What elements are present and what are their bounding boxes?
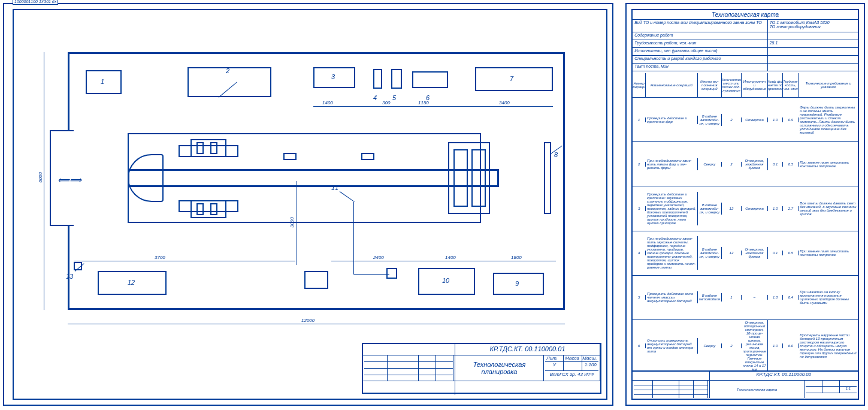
table-row: 1Проверить действие и крепление фарВ каб… (633, 98, 858, 142)
meta-row6: Такт поста, мин (633, 64, 767, 71)
left-drawing-sheet: 1000001100 1У301 дх ⟸⟹ 1 2 3 4 5 6 7 (3, 3, 613, 406)
tb-org: ВятГСХ гр. 43 ИТФ (545, 370, 598, 381)
label-12: 12 (128, 279, 135, 286)
right-tech-card-sheet: Технологическая карта Вид ТО и номер пос… (625, 3, 865, 406)
hdim-total: 12000 (301, 318, 314, 323)
title-block-left: КР.ТДС.КТ. 00.110000.01 Технологическая … (362, 343, 601, 394)
table-row: 6Очистить поверхность аккумуляторных бат… (633, 320, 858, 372)
vdim-mid: 3000 (289, 217, 295, 228)
meta-row1-label: Вид ТО и номер поста или специализирован… (633, 20, 767, 32)
label-7: 7 (510, 75, 513, 82)
door-arrow: ⟸⟹ (58, 175, 81, 185)
label-8: 8 (554, 151, 558, 158)
table-row: 2При необходимости заме­нить лампы фар и… (633, 142, 858, 186)
hdim-1150: 1150 (418, 100, 429, 105)
meta-row5: Специальность и разряд каждого рабочего (633, 56, 767, 63)
meta-row3-label: Трудоемкость работ, чел.-мин (633, 40, 767, 47)
hdim-3400: 3400 (499, 100, 510, 105)
meta-row3-value: 25.1 (768, 40, 858, 47)
hdim-3700: 3700 (155, 255, 165, 260)
table-row: 3Проверить действие и креп­ление: звуков… (633, 186, 858, 231)
label-1: 1 (101, 78, 104, 85)
table-row: 5Проверить действие вклю­чателя «массы» … (633, 276, 858, 320)
tb-title: Технологическая планировка (455, 355, 545, 381)
hdim-300: 300 (382, 100, 390, 105)
operations-table: Номер операции Наименование операций Мес… (633, 73, 858, 372)
card-title: Технологическая карта (633, 10, 858, 20)
label-9: 9 (515, 280, 519, 287)
label-3: 3 (331, 73, 335, 80)
card-frame: Технологическая карта Вид ТО и номер пос… (631, 9, 859, 400)
floor-plan: ⟸⟹ 1 2 3 4 5 6 7 (38, 34, 589, 325)
meta-row1-value: ТО-1 автомобиля КамАЗ 5320 ТО электрообо… (768, 20, 858, 32)
hdim-2400: 2400 (373, 255, 384, 260)
meta-row4: Исполнители, чел (указать общее число) (633, 48, 767, 55)
meta-row2: Содержание работ (633, 32, 767, 40)
label-11: 11 (331, 184, 338, 191)
label-4: 4 (373, 94, 377, 101)
hdim-1800: 1800 (511, 255, 522, 260)
label-5: 5 (392, 94, 396, 101)
sheet-frame: ⟸⟹ 1 2 3 4 5 6 7 (13, 9, 607, 400)
label-10: 10 (442, 277, 449, 284)
label-13: 13 (66, 273, 73, 280)
title-block-right: КР.ТДС.КТ. 00.110000.02 Технологическая … (633, 370, 858, 399)
hdim-1400: 1400 (322, 100, 333, 105)
table-row: 4При необходимости закре­пить звуковые с… (633, 231, 858, 276)
tb-code: КР.ТДС.КТ. 00.110000.01 (455, 344, 601, 355)
table-head: Номер операции Наименование операций Мес… (633, 73, 858, 98)
vdim-total: 6000 (38, 172, 43, 183)
label-2: 2 (226, 67, 229, 74)
hdim-1400b: 1400 (445, 255, 456, 260)
code-tab: 1000001100 1У301 дх (13, 0, 58, 5)
